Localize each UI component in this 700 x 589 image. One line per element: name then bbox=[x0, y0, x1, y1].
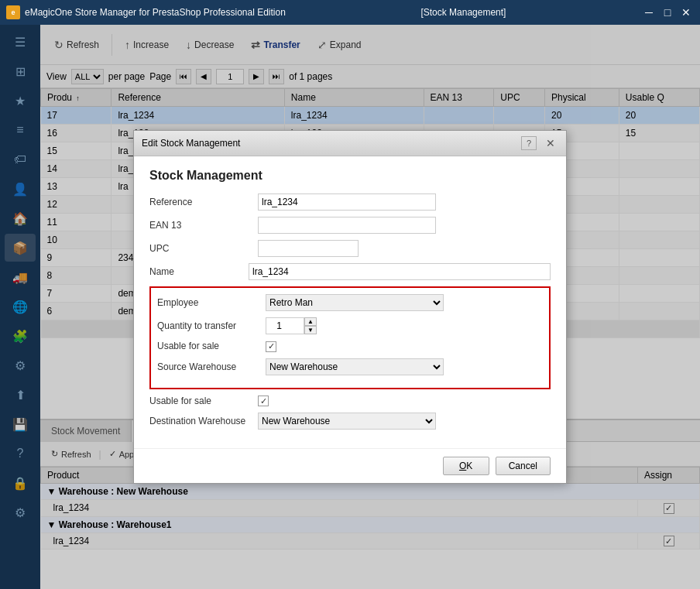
source-warehouse-select[interactable]: New Warehouse Warehouse1 bbox=[266, 358, 444, 375]
reference-label: Reference bbox=[149, 197, 258, 207]
usable-source-label: Usable for sale bbox=[157, 341, 266, 351]
employee-label: Employee bbox=[157, 297, 266, 308]
title-bar: e eMagicOne Store Manager for PrestaShop… bbox=[0, 0, 700, 25]
dialog-title-text: Edit Stock Management bbox=[142, 138, 240, 149]
quantity-input[interactable] bbox=[266, 317, 304, 334]
window-title: [Stock Management] bbox=[420, 7, 506, 18]
employee-select-wrap: Retro Man bbox=[266, 294, 543, 311]
source-warehouse-label: Source Warehouse bbox=[157, 361, 266, 372]
usable-dest-row: Usable for sale bbox=[149, 396, 551, 407]
quantity-input-wrap: ▲ ▼ bbox=[266, 317, 543, 334]
usable-dest-checkbox[interactable] bbox=[258, 396, 269, 406]
source-warehouse-select-wrap: New Warehouse Warehouse1 bbox=[266, 358, 543, 375]
dialog-overlay: Edit Stock Management ? ✕ Stock Manageme… bbox=[0, 25, 700, 589]
quantity-up-button[interactable]: ▲ bbox=[304, 317, 317, 326]
name-row: Name bbox=[149, 263, 551, 280]
name-input-wrap bbox=[249, 263, 551, 280]
highlight-section: Employee Retro Man Quantity to transfer bbox=[149, 286, 551, 389]
dest-warehouse-row: Destination Warehouse New Warehouse Ware… bbox=[149, 413, 551, 430]
dialog-help-button[interactable]: ? bbox=[521, 136, 537, 150]
ean13-row: EAN 13 bbox=[149, 217, 551, 234]
ok-label: OK bbox=[459, 461, 472, 471]
dialog-body: Stock Management Reference EAN 13 UPC bbox=[134, 156, 566, 448]
app-title: eMagicOne Store Manager for PrestaShop P… bbox=[25, 7, 286, 18]
upc-input[interactable] bbox=[258, 240, 359, 257]
reference-input[interactable] bbox=[258, 193, 436, 211]
dialog-close-button[interactable]: ✕ bbox=[543, 135, 558, 151]
dest-warehouse-select-wrap: New Warehouse Warehouse1 bbox=[258, 413, 551, 430]
maximize-button[interactable]: □ bbox=[660, 5, 675, 20]
upc-row: UPC bbox=[149, 240, 551, 257]
ean13-label: EAN 13 bbox=[149, 220, 258, 231]
upc-label: UPC bbox=[149, 243, 258, 254]
quantity-row: Quantity to transfer ▲ ▼ bbox=[157, 317, 543, 334]
usable-source-row: Usable for sale bbox=[157, 341, 543, 352]
edit-stock-dialog: Edit Stock Management ? ✕ Stock Manageme… bbox=[133, 130, 567, 484]
quantity-label: Quantity to transfer bbox=[157, 320, 266, 331]
ean13-input[interactable] bbox=[258, 217, 436, 234]
source-warehouse-row: Source Warehouse New Warehouse Warehouse… bbox=[157, 358, 543, 375]
dialog-heading: Stock Management bbox=[149, 169, 551, 183]
employee-row: Employee Retro Man bbox=[157, 294, 543, 311]
name-label: Name bbox=[149, 266, 249, 277]
reference-input-wrap bbox=[258, 193, 551, 211]
usable-source-checkbox[interactable] bbox=[266, 341, 276, 352]
usable-dest-cb-wrap bbox=[258, 396, 551, 407]
usable-source-cb-wrap bbox=[266, 341, 543, 352]
app-logo: e bbox=[6, 5, 20, 19]
dest-warehouse-label: Destination Warehouse bbox=[149, 416, 258, 426]
dest-warehouse-select[interactable]: New Warehouse Warehouse1 bbox=[258, 413, 436, 430]
close-button[interactable]: ✕ bbox=[678, 5, 694, 20]
name-input[interactable] bbox=[249, 263, 551, 280]
upc-input-wrap bbox=[258, 240, 551, 257]
cancel-label: Cancel bbox=[509, 461, 537, 471]
usable-dest-label: Usable for sale bbox=[149, 396, 258, 406]
employee-select[interactable]: Retro Man bbox=[266, 294, 444, 311]
quantity-spinner: ▲ ▼ bbox=[304, 317, 317, 334]
minimize-button[interactable]: ─ bbox=[641, 5, 657, 20]
ean13-input-wrap bbox=[258, 217, 551, 234]
quantity-down-button[interactable]: ▼ bbox=[304, 326, 317, 334]
reference-row: Reference bbox=[149, 193, 551, 211]
cancel-button[interactable]: Cancel bbox=[496, 457, 551, 475]
dialog-titlebar: Edit Stock Management ? ✕ bbox=[134, 131, 566, 156]
ok-button[interactable]: OK bbox=[443, 457, 489, 475]
dialog-footer: OK Cancel bbox=[134, 448, 566, 483]
